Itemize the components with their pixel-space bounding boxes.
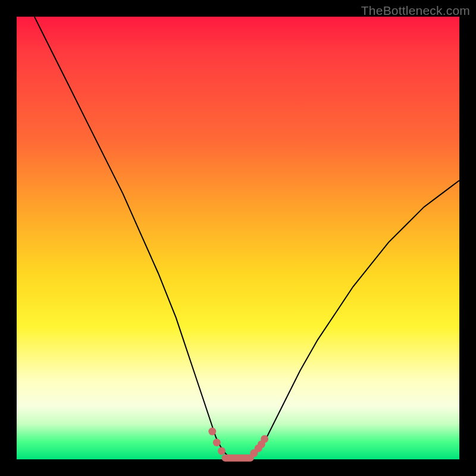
valley-dot (208, 428, 216, 436)
valley-markers (208, 428, 268, 462)
watermark-text: TheBottleneck.com (361, 4, 470, 18)
chart-frame: TheBottleneck.com (0, 0, 476, 476)
plot-area (17, 17, 459, 459)
valley-bar (222, 455, 254, 462)
bottleneck-curve (35, 17, 459, 459)
valley-dot (218, 447, 226, 455)
curve-layer (17, 17, 459, 459)
valley-dot (261, 435, 268, 443)
valley-dot (213, 439, 221, 446)
